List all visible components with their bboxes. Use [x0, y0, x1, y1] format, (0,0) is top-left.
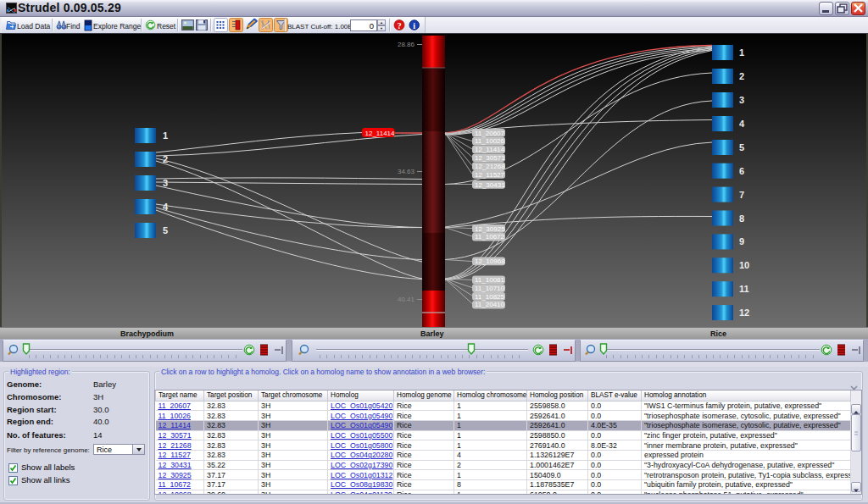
svg-text:11_10710: 11_10710 — [475, 285, 505, 292]
svg-text:12_11527: 12_11527 — [475, 171, 505, 179]
svg-text:8: 8 — [739, 213, 744, 224]
svg-text:1: 1 — [163, 130, 168, 141]
svg-text:11_20410: 11_20410 — [475, 301, 505, 308]
svg-text:4: 4 — [739, 119, 745, 129]
svg-text:11_10672: 11_10672 — [475, 233, 505, 241]
svg-text:9: 9 — [739, 236, 744, 246]
svg-text:1: 1 — [739, 47, 744, 58]
svg-text:i: i — [413, 21, 415, 30]
svg-text:11_10825: 11_10825 — [475, 293, 505, 301]
svg-text:11: 11 — [739, 284, 749, 294]
svg-text:5: 5 — [163, 225, 168, 235]
svg-text:12_30925: 12_30925 — [475, 225, 505, 233]
svg-text:34.63: 34.63 — [398, 168, 415, 175]
svg-text:11_20607: 11_20607 — [475, 130, 505, 137]
svg-text:40.41: 40.41 — [398, 296, 415, 303]
svg-text:3: 3 — [739, 95, 744, 105]
svg-text:3: 3 — [163, 178, 168, 188]
svg-text:12_11414: 12_11414 — [365, 130, 396, 137]
svg-text:12_11414: 12_11414 — [475, 146, 505, 153]
svg-text:6: 6 — [739, 166, 744, 176]
svg-text:12_21268: 12_21268 — [475, 163, 505, 170]
svg-text:10: 10 — [739, 260, 749, 270]
svg-text:4: 4 — [163, 202, 169, 212]
svg-text:12_30571: 12_30571 — [475, 154, 505, 162]
svg-text:12: 12 — [739, 307, 749, 318]
svg-text:28.86: 28.86 — [398, 41, 415, 48]
svg-text:5: 5 — [739, 142, 744, 152]
svg-text:12_10968: 12_10968 — [475, 258, 505, 265]
svg-text:?: ? — [397, 21, 401, 30]
svg-text:7: 7 — [739, 190, 744, 200]
svg-text:2: 2 — [163, 154, 168, 164]
svg-text:11_10026: 11_10026 — [475, 137, 505, 145]
svg-text:11_10081: 11_10081 — [475, 276, 505, 284]
svg-text:12_30431: 12_30431 — [475, 181, 505, 189]
svg-text:2: 2 — [739, 71, 744, 81]
